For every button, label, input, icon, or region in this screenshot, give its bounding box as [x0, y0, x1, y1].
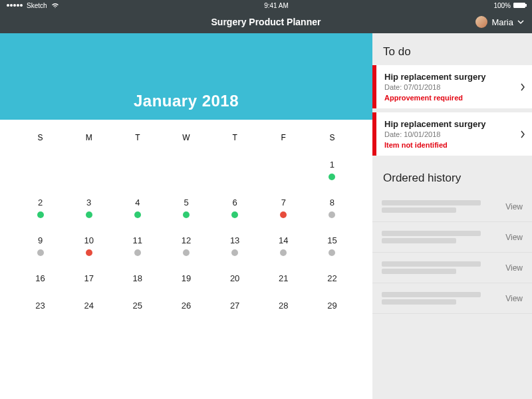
app-title: Surgery Product Planner: [211, 17, 321, 27]
sidebar: To do Hip replacement surgeryDate: 07/01…: [372, 33, 532, 399]
status-time: 9:41 AM: [59, 2, 494, 9]
calendar-day[interactable]: 19: [162, 273, 210, 283]
calendar-day[interactable]: 21: [259, 273, 308, 283]
calendar-week-row: 1: [16, 160, 356, 180]
calendar-day-number: 29: [327, 301, 336, 311]
history-placeholder: [382, 290, 505, 307]
calendar-day[interactable]: 17: [65, 273, 113, 283]
calendar-day-number: 2: [38, 198, 43, 207]
calendar-day[interactable]: 2: [16, 198, 65, 218]
calendar-day-number: 5: [184, 198, 188, 207]
calendar-weekday: W: [162, 133, 210, 142]
calendar-day[interactable]: 18: [113, 273, 162, 283]
calendar-day[interactable]: 6: [211, 198, 259, 218]
chevron-right-icon: [520, 130, 525, 138]
history-placeholder: [382, 259, 505, 276]
calendar-day[interactable]: 27: [211, 301, 259, 311]
todo-title: Hip replacement surgery: [384, 72, 520, 82]
history-view-link[interactable]: View: [505, 263, 523, 273]
user-menu[interactable]: Maria: [475, 16, 524, 28]
calendar-day-dot: [231, 211, 238, 218]
todo-item[interactable]: Hip replacement surgeryDate: 07/01/2018A…: [372, 65, 532, 108]
status-bar: Sketch 9:41 AM 100%: [0, 0, 532, 11]
calendar-day-number: 15: [327, 235, 336, 245]
calendar-day-dot: [37, 211, 44, 218]
calendar-day[interactable]: 15: [308, 235, 356, 256]
calendar-day-number: 17: [84, 273, 93, 283]
history-item[interactable]: View: [372, 192, 532, 222]
calendar-day-number: 10: [84, 235, 93, 245]
history-heading: Ordered history: [372, 160, 532, 192]
calendar-day[interactable]: 24: [65, 301, 113, 311]
wifi-icon: [51, 2, 59, 9]
calendar-day-dot: [183, 211, 190, 218]
carrier-label: Sketch: [27, 2, 47, 9]
todo-list: Hip replacement surgeryDate: 07/01/2018A…: [372, 65, 532, 160]
calendar-day-number: 1: [330, 160, 334, 170]
calendar-body: 1234567891011121314151617181920212223242…: [16, 160, 356, 311]
calendar-day[interactable]: 20: [211, 273, 259, 283]
calendar-day[interactable]: 23: [16, 301, 65, 311]
calendar-day[interactable]: 26: [162, 301, 210, 311]
calendar-day[interactable]: 16: [16, 273, 65, 283]
calendar-day[interactable]: 10: [65, 235, 113, 256]
history-view-link[interactable]: View: [505, 294, 523, 303]
calendar-month-title: January 2018: [134, 92, 239, 110]
calendar-day[interactable]: 28: [259, 301, 308, 311]
calendar-weekday: M: [65, 133, 113, 142]
history-view-link[interactable]: View: [505, 233, 523, 242]
history-view-link[interactable]: View: [505, 202, 523, 211]
calendar-day[interactable]: 25: [113, 301, 162, 311]
calendar-day-number: 24: [84, 301, 93, 311]
calendar-day[interactable]: 5: [162, 198, 210, 218]
calendar-weekday-row: SMTWTFS: [16, 133, 356, 142]
user-name: Maria: [491, 17, 513, 27]
calendar-day-dot: [134, 211, 141, 218]
todo-date: Date: 10/01/2018: [384, 130, 520, 138]
calendar-day[interactable]: 11: [113, 235, 162, 256]
calendar-day-dot: [329, 249, 335, 256]
calendar-day[interactable]: 4: [113, 198, 162, 218]
calendar-day[interactable]: 22: [308, 273, 356, 283]
calendar-day[interactable]: 7: [259, 198, 308, 218]
history-item[interactable]: View: [372, 253, 532, 283]
calendar-day-dot: [86, 249, 92, 256]
history-placeholder: [382, 229, 505, 245]
calendar-weekday: T: [211, 133, 259, 142]
calendar-day-number: 6: [233, 198, 237, 207]
calendar-day-dot: [329, 174, 335, 180]
calendar-day[interactable]: 14: [259, 235, 308, 256]
signal-dots-icon: [7, 4, 23, 7]
calendar-day-number: 23: [35, 301, 45, 311]
calendar-day-dot: [183, 249, 190, 256]
calendar-day-number: 8: [330, 198, 334, 207]
calendar-weekday: F: [259, 133, 308, 142]
history-placeholder: [382, 198, 505, 215]
calendar-day-number: 27: [230, 301, 239, 311]
calendar-day[interactable]: 1: [308, 160, 356, 180]
calendar-day[interactable]: 29: [308, 301, 356, 311]
calendar-day-number: 22: [327, 273, 336, 283]
calendar-day-number: 26: [182, 301, 191, 311]
calendar-week-row: 9101112131415: [16, 235, 356, 256]
todo-date: Date: 07/01/2018: [384, 83, 520, 91]
calendar-day-number: 4: [135, 198, 140, 207]
calendar-day-number: 14: [279, 235, 288, 245]
history-item[interactable]: View: [372, 283, 532, 314]
calendar-day[interactable]: 13: [211, 235, 259, 256]
calendar-day-dot: [134, 249, 141, 256]
calendar-day[interactable]: 8: [308, 198, 356, 218]
history-item[interactable]: View: [372, 222, 532, 253]
calendar-day[interactable]: 9: [16, 235, 65, 256]
calendar-day-number: 18: [133, 273, 142, 283]
calendar-day-number: 13: [230, 235, 239, 245]
calendar-day[interactable]: 12: [162, 235, 210, 256]
calendar-day-number: 19: [182, 273, 191, 283]
calendar-day-number: 7: [281, 198, 286, 207]
todo-status: Approvement required: [384, 94, 520, 102]
calendar-day[interactable]: 3: [65, 198, 113, 218]
todo-item[interactable]: Hip replacement surgeryDate: 10/01/2018I…: [372, 112, 532, 156]
calendar-weekday: S: [16, 133, 65, 142]
avatar: [475, 16, 487, 28]
calendar-day-number: 25: [133, 301, 142, 311]
